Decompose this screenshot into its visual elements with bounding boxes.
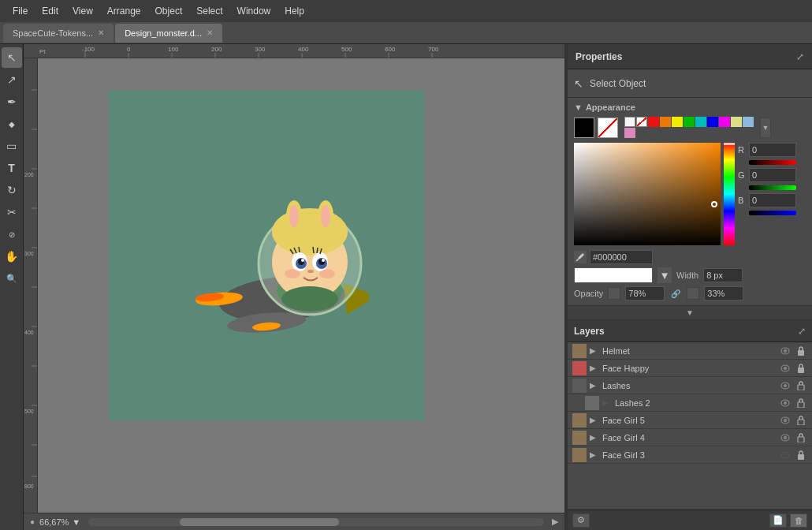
layer-visibility-face-girl4[interactable] bbox=[779, 431, 792, 444]
stroke-preview[interactable] bbox=[574, 267, 653, 283]
palette-cyan[interactable] bbox=[695, 117, 706, 127]
palette-magenta[interactable] bbox=[719, 117, 730, 127]
menu-window[interactable]: Window bbox=[231, 2, 277, 20]
hue-slider[interactable] bbox=[724, 143, 735, 245]
opacity-icon[interactable] bbox=[608, 287, 620, 300]
layer-lock-face-happy[interactable] bbox=[795, 362, 807, 375]
layer-item-helmet[interactable]: ▶ Helmet bbox=[568, 342, 812, 360]
hex-input[interactable] bbox=[590, 250, 653, 264]
horizontal-scrollbar[interactable] bbox=[88, 518, 544, 526]
menu-arrange[interactable]: Arrange bbox=[101, 2, 147, 20]
opacity2-icon[interactable] bbox=[687, 287, 699, 300]
tool-pen[interactable]: ✒ bbox=[2, 91, 22, 112]
zoom-dropdown-icon[interactable]: ▼ bbox=[72, 517, 80, 527]
svg-point-58 bbox=[301, 259, 304, 262]
palette-none[interactable] bbox=[636, 117, 647, 127]
tool-anchor[interactable]: ◆ bbox=[2, 114, 22, 134]
layer-item-face-girl3[interactable]: ▶ Face Girl 3 bbox=[568, 446, 812, 464]
tool-eyedropper[interactable]: ⊘ bbox=[2, 224, 22, 244]
layer-expand-face-girl3[interactable]: ▶ bbox=[590, 450, 599, 459]
layer-visibility-lashes2[interactable] bbox=[779, 397, 792, 409]
palette-green[interactable] bbox=[683, 117, 695, 127]
palette-lightyellow[interactable] bbox=[731, 117, 742, 127]
tab-spacecute[interactable]: SpaceCute-Tokens... ✕ bbox=[3, 24, 114, 43]
g-slider[interactable] bbox=[749, 185, 796, 190]
b-slider[interactable] bbox=[749, 211, 796, 215]
layer-visibility-face-happy[interactable] bbox=[779, 362, 792, 375]
properties-expand-icon[interactable]: ⤢ bbox=[796, 51, 804, 62]
layer-lock-face-girl3[interactable] bbox=[795, 449, 807, 461]
opacity-input[interactable] bbox=[625, 286, 665, 300]
palette-yellow[interactable] bbox=[672, 117, 683, 127]
layer-visibility-face-girl3[interactable] bbox=[779, 449, 792, 461]
layer-expand-lashes2[interactable]: ▶ bbox=[602, 398, 612, 407]
palette-white[interactable] bbox=[624, 117, 635, 127]
palette-red[interactable] bbox=[648, 117, 659, 127]
tool-scissors[interactable]: ✂ bbox=[2, 202, 22, 222]
layer-item-face-girl4[interactable]: ▶ Face Girl 4 bbox=[568, 429, 812, 446]
appearance-collapse-icon[interactable]: ▼ bbox=[574, 103, 583, 112]
layer-lock-lashes2[interactable] bbox=[795, 397, 807, 409]
layer-lock-lashes[interactable] bbox=[795, 379, 807, 392]
r-slider[interactable] bbox=[749, 160, 796, 165]
b-input[interactable] bbox=[749, 193, 796, 207]
scroll-right-arrow[interactable]: ▶ bbox=[552, 517, 558, 527]
canvas-scroll[interactable] bbox=[38, 58, 564, 513]
palette-orange[interactable] bbox=[660, 117, 671, 127]
layer-expand-face-girl5[interactable]: ▶ bbox=[590, 416, 599, 424]
tab-design-monster[interactable]: Design_monster.d... ✕ bbox=[115, 24, 222, 43]
menu-bar: File Edit View Arrange Object Select Win… bbox=[0, 0, 812, 22]
stroke-dropdown-btn[interactable]: ▼ bbox=[657, 267, 672, 283]
menu-file[interactable]: File bbox=[6, 2, 34, 20]
layer-visibility-face-girl5[interactable] bbox=[779, 414, 792, 427]
layer-lock-face-girl5[interactable] bbox=[795, 414, 807, 427]
layer-expand-lashes[interactable]: ▶ bbox=[590, 381, 599, 390]
canvas-content bbox=[109, 90, 424, 421]
menu-edit[interactable]: Edit bbox=[35, 2, 65, 20]
width-input[interactable] bbox=[703, 268, 743, 282]
opacity2-input[interactable] bbox=[704, 286, 743, 300]
tool-type[interactable]: T bbox=[2, 158, 22, 178]
layers-delete-btn[interactable]: 🗑 bbox=[790, 513, 807, 528]
palette-pink[interactable] bbox=[624, 128, 635, 138]
layers-new-btn[interactable]: 📄 bbox=[769, 513, 787, 528]
layer-item-face-happy[interactable]: ▶ Face Happy bbox=[568, 360, 812, 377]
tool-direct-select[interactable]: ↗ bbox=[2, 69, 22, 90]
r-input[interactable] bbox=[749, 143, 796, 157]
color-palette bbox=[624, 117, 757, 138]
layer-item-lashes[interactable]: ▶ Lashes bbox=[568, 377, 812, 394]
layer-expand-face-happy[interactable]: ▶ bbox=[590, 364, 599, 372]
tool-rotate[interactable]: ↻ bbox=[2, 180, 22, 200]
fill-swatch[interactable] bbox=[574, 118, 594, 138]
tool-rectangle[interactable]: ▭ bbox=[2, 136, 22, 156]
color-gradient-picker[interactable] bbox=[574, 143, 721, 245]
palette-dropdown-btn[interactable]: ▼ bbox=[760, 118, 771, 138]
link-icon[interactable]: 🔗 bbox=[669, 287, 682, 300]
layer-item-face-girl5[interactable]: ▶ Face Girl 5 bbox=[568, 412, 812, 429]
eyedropper-icon[interactable] bbox=[574, 251, 587, 263]
menu-help[interactable]: Help bbox=[278, 2, 311, 20]
menu-select[interactable]: Select bbox=[190, 2, 229, 20]
expand-appearance-btn[interactable]: ▼ bbox=[568, 306, 812, 320]
layer-visibility-lashes[interactable] bbox=[779, 379, 792, 392]
layers-settings-btn[interactable]: ⚙ bbox=[572, 513, 590, 528]
layer-lock-helmet[interactable] bbox=[795, 345, 807, 357]
tool-hand[interactable]: ✋ bbox=[2, 246, 22, 267]
ruler-left: 100 200 300 400 500 800 bbox=[24, 58, 38, 513]
tab-spacecute-close[interactable]: ✕ bbox=[98, 28, 104, 37]
palette-lightblue[interactable] bbox=[743, 117, 754, 127]
layer-lock-face-girl4[interactable] bbox=[795, 431, 807, 444]
layers-expand-icon[interactable]: ⤢ bbox=[798, 326, 806, 337]
menu-view[interactable]: View bbox=[66, 2, 99, 20]
layer-visibility-helmet[interactable] bbox=[779, 345, 792, 357]
layer-expand-face-girl4[interactable]: ▶ bbox=[590, 433, 599, 442]
tool-zoom[interactable]: 🔍 bbox=[2, 268, 22, 289]
tool-select-arrow[interactable]: ↖ bbox=[2, 47, 22, 68]
layer-item-lashes2[interactable]: ▶ Lashes 2 bbox=[568, 394, 812, 412]
menu-object[interactable]: Object bbox=[149, 2, 189, 20]
palette-blue[interactable] bbox=[707, 117, 718, 127]
layer-expand-helmet[interactable]: ▶ bbox=[590, 346, 599, 355]
g-input[interactable] bbox=[749, 168, 796, 182]
tab-design-monster-close[interactable]: ✕ bbox=[207, 28, 213, 37]
none-swatch[interactable] bbox=[598, 118, 618, 138]
